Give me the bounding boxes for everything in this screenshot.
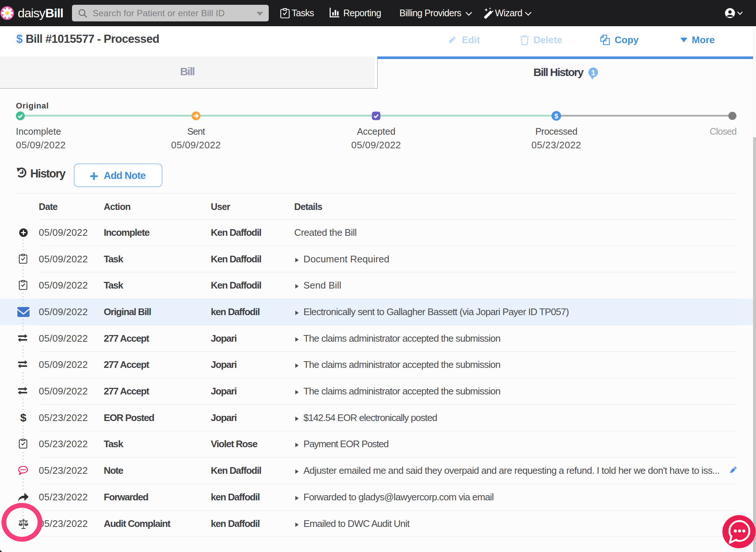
svg-text:$: $ xyxy=(554,112,559,120)
svg-text:1: 1 xyxy=(591,69,595,77)
